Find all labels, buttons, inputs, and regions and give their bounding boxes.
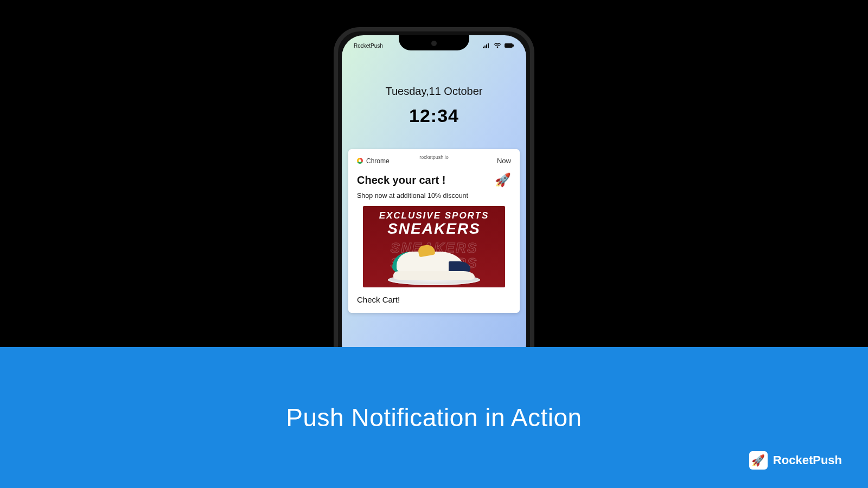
phone-mockup: RocketPush Tuesday,11 October 12:34 [334,27,534,374]
caption-banner: Push Notification in Action 🚀 RocketPush [0,347,868,488]
status-icons [483,43,514,49]
notification-time: Now [497,157,511,165]
notification-app-label: Chrome [366,157,390,165]
notification-domain: rocketpush.io [419,155,449,160]
svg-point-4 [497,47,499,48]
notification-image: EXCLUSIVE SPORTS SNEAKERS SNEAKERS SNEAK… [363,206,505,287]
notification-body: Shop now at additional 10% discount [357,192,511,200]
push-notification-card[interactable]: Chrome rocketpush.io Now Check your cart… [348,149,520,313]
phone-notch [399,35,469,50]
lock-screen-time: 12:34 [342,105,526,126]
svg-rect-6 [513,44,514,47]
sneaker-illustration [393,247,475,280]
wifi-icon [494,43,501,49]
status-app-label: RocketPush [354,43,383,49]
brand-lockup: 🚀 RocketPush [749,451,842,470]
notification-title: Check your cart ! [357,174,445,187]
notification-action[interactable]: Check Cart! [357,295,511,304]
svg-rect-0 [483,47,484,48]
chrome-icon [357,158,363,164]
battery-icon [505,43,514,49]
brand-name: RocketPush [773,453,842,467]
promo-headline-1: EXCLUSIVE SPORTS [379,210,489,221]
signal-icon [483,43,490,49]
svg-rect-1 [484,46,486,48]
rocket-icon: 🚀 [495,172,511,188]
notification-header: Chrome rocketpush.io Now [357,157,511,165]
svg-rect-2 [486,44,487,48]
brand-badge-icon: 🚀 [749,451,768,470]
svg-rect-5 [505,43,513,48]
banner-title: Push Notification in Action [286,403,582,432]
phone-screen: RocketPush Tuesday,11 October 12:34 [342,35,526,366]
promo-headline-2: SNEAKERS [387,221,481,236]
phone-frame: RocketPush Tuesday,11 October 12:34 [334,27,534,374]
svg-rect-3 [488,43,489,48]
